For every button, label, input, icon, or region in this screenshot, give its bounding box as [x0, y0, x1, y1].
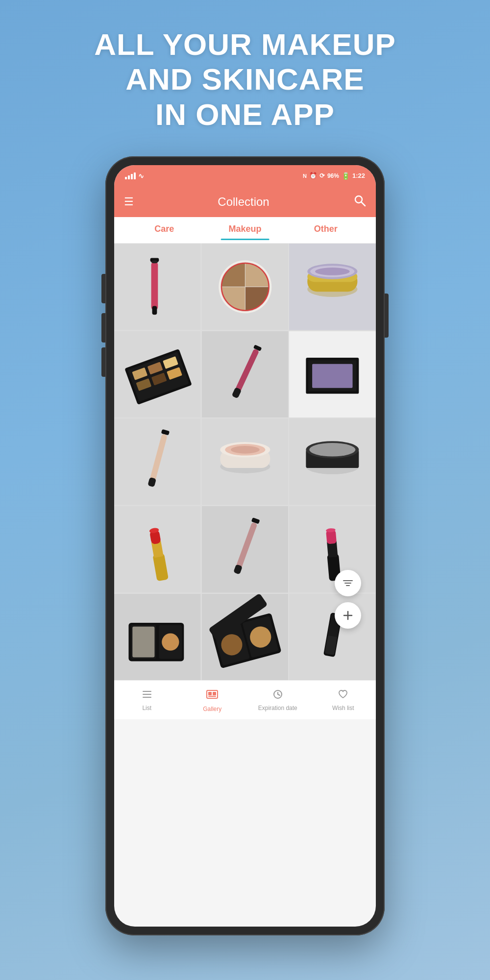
grid-item-15[interactable]	[289, 594, 376, 681]
nav-gallery-label: Gallery	[203, 706, 221, 712]
heart-icon	[338, 689, 348, 703]
tab-care[interactable]: Care	[124, 224, 205, 236]
phone-screen: ∿ N ⏰ ⟳ 96% 🔋 1:22 ☰ Collection	[114, 165, 376, 927]
header-title: Collection	[218, 195, 269, 209]
svg-rect-94	[208, 696, 216, 697]
gallery-icon	[206, 688, 219, 704]
bottom-nav: List Gallery	[114, 680, 376, 719]
phone-wrapper: ∿ N ⏰ ⟳ 96% 🔋 1:22 ☰ Collection	[105, 156, 385, 935]
svg-rect-92	[208, 692, 212, 695]
battery-percent: 96%	[327, 172, 339, 179]
svg-line-1	[361, 202, 365, 206]
nav-expiration[interactable]: Expiration date	[245, 689, 311, 711]
nav-expiration-label: Expiration date	[258, 705, 297, 711]
add-fab-button[interactable]	[335, 602, 361, 629]
nav-wishlist[interactable]: Wish list	[311, 689, 376, 711]
grid-item-1[interactable]	[114, 244, 201, 330]
tab-makeup[interactable]: Makeup	[205, 224, 286, 236]
hero-section: ALL YOUR MAKEUP AND SKINCARE IN ONE APP	[94, 27, 396, 132]
grid-item-7[interactable]	[114, 418, 201, 505]
wifi-icon: ∿	[138, 172, 144, 180]
grid-item-5[interactable]	[202, 331, 289, 418]
svg-point-46	[231, 446, 260, 454]
status-bar: ∿ N ⏰ ⟳ 96% 🔋 1:22	[114, 165, 376, 187]
hero-line2: AND SKINCARE	[94, 62, 396, 97]
hero-line1: ALL YOUR MAKEUP	[94, 27, 396, 62]
nfc-icon: N	[303, 173, 307, 179]
nav-wishlist-label: Wish list	[332, 705, 354, 711]
svg-point-19	[315, 268, 350, 275]
hero-line3: IN ONE APP	[94, 97, 396, 132]
svg-rect-4	[151, 262, 158, 310]
grid-item-8[interactable]	[202, 418, 289, 505]
grid-item-11[interactable]	[202, 506, 289, 593]
search-button[interactable]	[353, 194, 366, 210]
list-icon	[142, 689, 152, 703]
grid-item-6[interactable]	[289, 331, 376, 418]
grid-item-9[interactable]	[289, 418, 376, 505]
nav-gallery[interactable]: Gallery	[180, 688, 245, 712]
svg-rect-6	[152, 306, 157, 315]
menu-button[interactable]: ☰	[124, 196, 134, 208]
alarm-icon: ⏰	[309, 172, 317, 179]
svg-point-71	[162, 633, 179, 650]
rotate-icon: ⟳	[319, 172, 325, 179]
svg-line-97	[278, 694, 280, 695]
grid-item-2[interactable]	[202, 244, 289, 330]
battery-icon: 🔋	[342, 172, 350, 180]
svg-point-5	[151, 260, 158, 263]
time-display: 1:22	[352, 172, 365, 179]
filter-fab-button[interactable]	[335, 570, 361, 596]
nav-list[interactable]: List	[114, 689, 180, 711]
grid-item-4[interactable]	[114, 331, 201, 418]
tab-other[interactable]: Other	[285, 224, 366, 236]
clock-icon	[272, 689, 283, 703]
fab-container	[335, 570, 361, 629]
grid-item-13[interactable]	[114, 594, 201, 681]
grid-item-3[interactable]	[289, 244, 376, 330]
signal-icon	[125, 172, 136, 179]
nav-list-label: List	[142, 705, 151, 711]
grid-item-10[interactable]	[114, 506, 201, 593]
app-header: ☰ Collection	[114, 187, 376, 217]
content-area	[114, 244, 376, 680]
svg-rect-93	[213, 692, 216, 695]
svg-point-51	[310, 443, 356, 456]
svg-rect-36	[312, 364, 352, 388]
grid-item-14[interactable]	[202, 594, 289, 681]
svg-rect-69	[132, 626, 154, 657]
tabs-bar: Care Makeup Other	[114, 217, 376, 244]
grid-item-12[interactable]	[289, 506, 376, 593]
